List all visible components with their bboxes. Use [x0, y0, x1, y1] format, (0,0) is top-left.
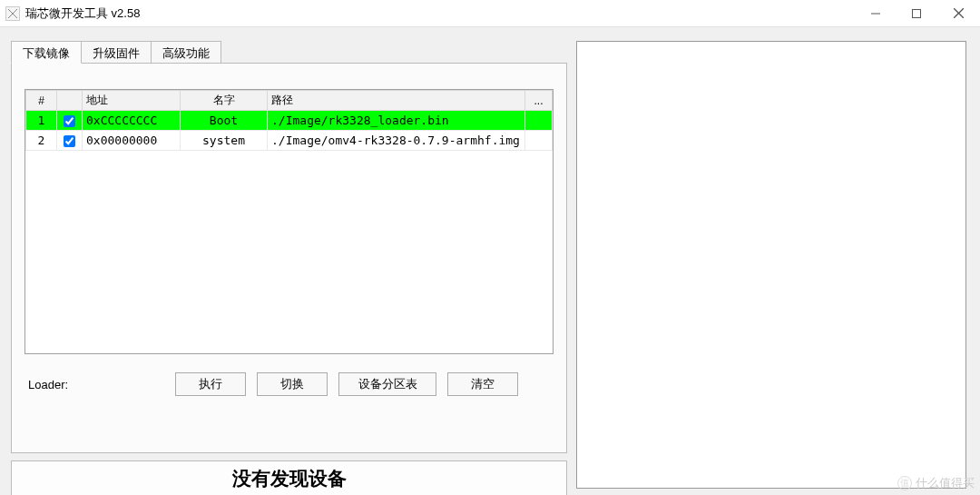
status-bar: 没有发现设备	[11, 460, 567, 495]
table-row[interactable]: 2 0x00000000 system ./Image/omv4-rk3328-…	[26, 131, 553, 151]
cell-address[interactable]: 0xCCCCCCCC	[83, 111, 181, 131]
minimize-button[interactable]	[855, 0, 896, 26]
tab-upgrade[interactable]: 升级固件	[81, 41, 152, 63]
cell-check[interactable]	[57, 111, 83, 131]
close-button[interactable]	[936, 0, 980, 26]
tab-host: 下载镜像 升级固件 高级功能 #	[11, 41, 567, 453]
partition-table: # 地址 名字 路径 ... 1 0xCCCCCCCC	[24, 89, 554, 354]
cell-extra[interactable]	[525, 111, 553, 131]
window-controls	[855, 0, 980, 26]
tab-download[interactable]: 下载镜像	[11, 41, 82, 64]
app-icon	[5, 6, 20, 21]
tab-strip: 下载镜像 升级固件 高级功能	[11, 41, 567, 63]
loader-label: Loader:	[28, 378, 164, 391]
svg-line-5	[954, 8, 964, 18]
svg-rect-3	[912, 9, 920, 17]
col-check[interactable]	[57, 91, 83, 111]
col-name[interactable]: 名字	[181, 91, 268, 111]
cell-num: 1	[26, 111, 57, 131]
tab-advanced[interactable]: 高级功能	[151, 41, 221, 63]
client-area: 下载镜像 升级固件 高级功能 #	[0, 27, 980, 495]
watermark-text: 什么值得买	[916, 475, 975, 491]
status-text: 没有发现设备	[232, 466, 347, 491]
watermark: 值 什么值得买	[897, 475, 975, 491]
row-checkbox[interactable]	[64, 135, 75, 147]
svg-line-4	[954, 8, 964, 18]
action-row: Loader: 执行 切换 设备分区表 清空	[24, 372, 554, 396]
watermark-icon: 值	[897, 476, 912, 490]
titlebar: 瑞芯微开发工具 v2.58	[0, 0, 980, 27]
col-address[interactable]: 地址	[83, 91, 181, 111]
col-path[interactable]: 路径	[268, 91, 525, 111]
cell-num: 2	[26, 131, 57, 151]
table-row[interactable]: 1 0xCCCCCCCC Boot ./Image/rk3328_loader.…	[26, 111, 553, 131]
cell-name[interactable]: system	[181, 131, 268, 151]
col-num[interactable]: #	[26, 91, 57, 111]
cell-extra[interactable]	[525, 131, 553, 151]
clear-button[interactable]: 清空	[447, 372, 518, 396]
switch-button[interactable]: 切换	[257, 372, 328, 396]
maximize-button[interactable]	[896, 0, 936, 26]
table-header-row: # 地址 名字 路径 ...	[26, 91, 553, 111]
cell-name[interactable]: Boot	[181, 111, 268, 131]
cell-check[interactable]	[57, 131, 83, 151]
row-checkbox[interactable]	[64, 115, 75, 127]
execute-button[interactable]: 执行	[175, 372, 246, 396]
cell-address[interactable]: 0x00000000	[83, 131, 181, 151]
window-title: 瑞芯微开发工具 v2.58	[25, 5, 140, 22]
cell-path[interactable]: ./Image/rk3328_loader.bin	[268, 111, 525, 131]
tab-panel: # 地址 名字 路径 ... 1 0xCCCCCCCC	[11, 63, 567, 453]
cell-path[interactable]: ./Image/omv4-rk3328-0.7.9-armhf.img	[268, 131, 525, 151]
log-panel	[576, 41, 966, 489]
partition-button[interactable]: 设备分区表	[338, 372, 436, 396]
col-extra[interactable]: ...	[525, 91, 553, 111]
